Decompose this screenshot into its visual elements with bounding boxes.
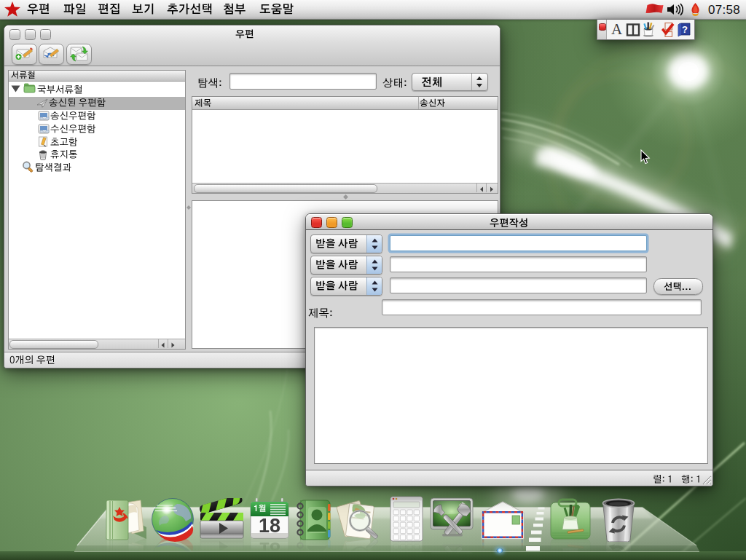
svg-text:18: 18: [259, 515, 280, 537]
svg-text:A: A: [611, 22, 623, 37]
svg-text:?: ?: [682, 24, 688, 35]
